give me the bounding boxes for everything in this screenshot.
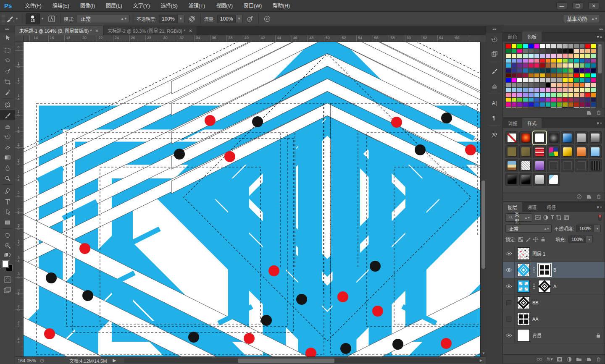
color-swatch[interactable] — [585, 83, 591, 88]
color-swatch[interactable] — [545, 68, 551, 73]
color-swatch[interactable] — [579, 49, 585, 54]
link-layers-icon[interactable] — [537, 357, 542, 361]
style-swatch[interactable] — [505, 159, 518, 172]
document-canvas[interactable] — [24, 42, 480, 356]
color-swatch[interactable] — [579, 44, 585, 49]
color-swatch[interactable] — [517, 78, 523, 83]
menu-编辑(E)[interactable]: 编辑(E) — [47, 0, 75, 12]
clone-stamp-tool[interactable] — [0, 120, 15, 131]
color-swatch[interactable] — [579, 63, 585, 68]
color-swatch[interactable] — [545, 63, 551, 68]
color-swatch[interactable] — [557, 83, 563, 88]
color-swatch[interactable] — [517, 58, 523, 63]
color-swatch[interactable] — [568, 97, 574, 102]
style-swatch[interactable] — [533, 131, 546, 144]
delete-swatch-icon[interactable] — [596, 110, 601, 115]
color-swatch[interactable] — [579, 92, 585, 97]
color-swatch[interactable] — [568, 92, 574, 97]
hand-tool[interactable] — [0, 230, 15, 240]
layer-visibility-toggle[interactable] — [503, 262, 515, 278]
screen-mode-icon[interactable] — [0, 285, 15, 295]
new-group-icon[interactable] — [576, 357, 582, 361]
color-swatch[interactable] — [534, 58, 540, 63]
style-swatch[interactable] — [575, 159, 588, 172]
color-swatch[interactable] — [517, 53, 523, 58]
color-swatch[interactable] — [557, 73, 563, 78]
pressure-opacity-icon[interactable] — [187, 14, 197, 24]
color-swatch[interactable] — [591, 53, 597, 58]
color-swatch[interactable] — [568, 87, 574, 92]
color-swatch[interactable] — [505, 87, 511, 92]
color-swatch[interactable] — [505, 78, 511, 83]
restore-button[interactable]: ❐ — [572, 3, 583, 9]
layer-row-图层 1[interactable]: 图层 1 — [503, 246, 605, 262]
color-swatch[interactable] — [523, 78, 529, 83]
color-swatch[interactable] — [568, 102, 574, 107]
layer-visibility-toggle[interactable] — [503, 278, 515, 295]
color-swatch[interactable] — [517, 83, 523, 88]
color-swatch[interactable] — [517, 49, 523, 54]
style-swatch[interactable] — [505, 173, 518, 186]
color-swatch[interactable] — [539, 83, 545, 88]
filter-smart-objects-icon[interactable] — [564, 215, 569, 220]
workspace-switcher[interactable]: 基本功能 ▲▼ — [563, 15, 600, 23]
color-swatch[interactable] — [585, 49, 591, 54]
color-swatch[interactable] — [534, 73, 540, 78]
layer-visibility-toggle[interactable] — [503, 246, 515, 262]
color-swatch[interactable] — [557, 53, 563, 58]
style-swatch[interactable] — [561, 159, 574, 172]
color-swatch[interactable] — [523, 44, 529, 49]
color-swatch[interactable] — [523, 102, 529, 107]
color-swatch[interactable] — [579, 58, 585, 63]
menu-图像(I)[interactable]: 图像(I) — [75, 0, 100, 12]
color-swatch[interactable] — [505, 73, 511, 78]
color-swatch[interactable] — [591, 63, 597, 68]
color-swatch[interactable] — [528, 58, 534, 63]
vertical-scrollbar[interactable]: ▼ — [480, 42, 486, 356]
layer-row-背景[interactable]: 背景 — [503, 327, 605, 344]
color-swatch[interactable] — [573, 44, 579, 49]
color-swatch[interactable] — [505, 83, 511, 88]
color-swatch[interactable] — [568, 68, 574, 73]
layers-tab-通道[interactable]: 通道 — [522, 202, 542, 212]
document-tab[interactable]: 未标题-1 @ 164% (B, 图层蒙版/8) *✕ — [15, 26, 103, 35]
color-swatch[interactable] — [534, 78, 540, 83]
layer-thumbnail[interactable] — [517, 280, 530, 293]
color-swatch[interactable] — [551, 87, 557, 92]
color-swatch[interactable] — [505, 68, 511, 73]
airbrush-icon[interactable] — [245, 14, 255, 24]
color-swatch[interactable] — [511, 58, 517, 63]
color-swatch[interactable] — [511, 97, 517, 102]
type-tool[interactable] — [0, 196, 15, 207]
layer-blend-mode-select[interactable]: 正常 ▲▼ — [505, 224, 552, 233]
color-swatch[interactable] — [505, 92, 511, 97]
shape-tool[interactable] — [0, 217, 15, 228]
color-swatch[interactable] — [545, 53, 551, 58]
color-swatch[interactable] — [551, 78, 557, 83]
color-swatch[interactable] — [523, 83, 529, 88]
color-swatch[interactable] — [562, 53, 568, 58]
style-swatch[interactable] — [519, 173, 532, 186]
history-brush-tool[interactable] — [0, 131, 15, 141]
color-swatch[interactable] — [528, 83, 534, 88]
swatch-scrollbar[interactable]: ▲▼ — [597, 43, 602, 112]
color-swatch[interactable] — [562, 68, 568, 73]
layer-visibility-toggle[interactable] — [503, 311, 515, 327]
style-swatch[interactable] — [533, 159, 546, 172]
color-swatch[interactable] — [568, 58, 574, 63]
color-swatch[interactable] — [585, 87, 591, 92]
horizontal-scrollbar[interactable] — [124, 358, 481, 363]
color-swatch[interactable] — [528, 78, 534, 83]
color-swatch[interactable] — [528, 73, 534, 78]
color-swatch[interactable] — [539, 97, 545, 102]
color-swatch[interactable] — [545, 83, 551, 88]
style-swatch[interactable] — [561, 131, 574, 144]
color-swatch[interactable] — [562, 58, 568, 63]
color-swatch[interactable] — [539, 63, 545, 68]
color-swatch[interactable] — [579, 78, 585, 83]
color-swatch[interactable] — [534, 53, 540, 58]
color-swatch[interactable] — [557, 102, 563, 107]
scroll-down-icon[interactable]: ▼ — [482, 351, 485, 355]
color-swatch[interactable] — [573, 102, 579, 107]
color-swatch[interactable] — [539, 49, 545, 54]
